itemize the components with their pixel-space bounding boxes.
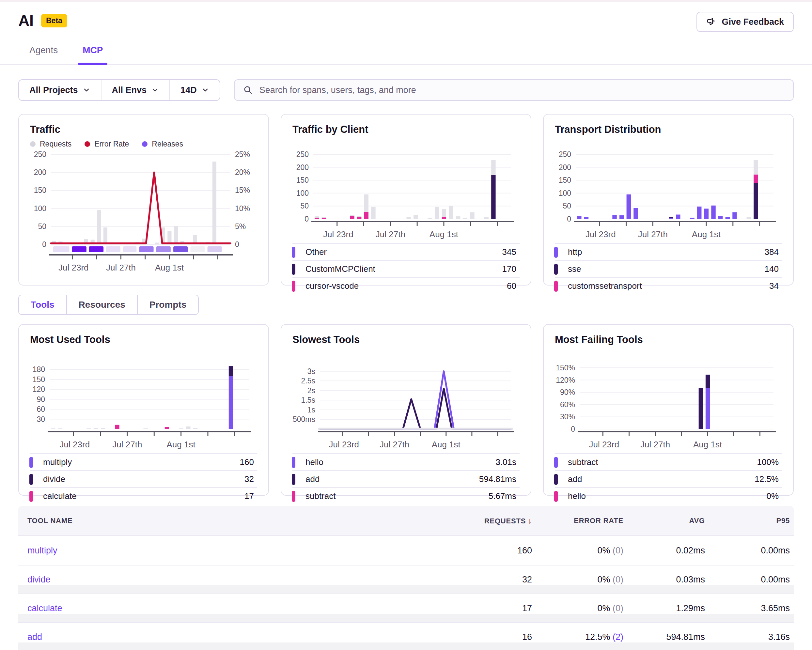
column-header-requests[interactable]: REQUESTS↓: [467, 516, 536, 525]
search-bar[interactable]: [234, 79, 794, 101]
transport-legend: http384sse140customssetransport34: [555, 243, 782, 294]
legend-row-value: 594.81ms: [479, 474, 516, 484]
section-tab-prompts[interactable]: Prompts: [138, 294, 199, 315]
svg-text:150: 150: [559, 176, 571, 185]
legend-item[interactable]: Requests: [30, 140, 72, 148]
svg-text:10%: 10%: [235, 204, 250, 213]
legend-label: Requests: [40, 140, 72, 148]
legend-row-value: 17: [244, 491, 254, 501]
section-tab-tools[interactable]: Tools: [18, 294, 67, 315]
legend-row[interactable]: multiply160: [30, 453, 257, 470]
svg-text:50: 50: [300, 201, 309, 210]
svg-text:120%: 120%: [556, 376, 575, 385]
tab-mcp[interactable]: MCP: [82, 45, 103, 64]
legend-row[interactable]: divide32: [30, 470, 257, 487]
charts-row-traffic: Traffic RequestsError RateReleases 00505…: [18, 114, 794, 285]
legend-item[interactable]: Releases: [142, 140, 183, 148]
project-filter[interactable]: All Projects: [19, 80, 101, 100]
error-rate-value: 12.5% (2): [536, 632, 627, 642]
search-input[interactable]: [259, 85, 785, 96]
svg-text:15%: 15%: [235, 186, 250, 194]
most-failing-tools-card: Most Failing Tools 030%60%90%120%150%Jul…: [543, 324, 794, 496]
column-header-error-rate[interactable]: ERROR RATE: [536, 517, 627, 525]
legend-dot-icon: [84, 141, 90, 147]
tools-table: TOOL NAMEREQUESTS↓ERROR RATEAVGP95 multi…: [18, 506, 794, 650]
legend-row[interactable]: hello0%: [555, 487, 782, 504]
legend-row[interactable]: customssetransport34: [555, 277, 782, 294]
svg-text:1s: 1s: [307, 406, 315, 414]
legend-row-label: divide: [43, 474, 65, 484]
error-count: (0): [613, 546, 623, 555]
svg-text:Aug 1st: Aug 1st: [167, 439, 196, 449]
legend-row[interactable]: calculate17: [30, 487, 257, 504]
error-count-link[interactable]: (2): [613, 632, 623, 642]
tool-name-link[interactable]: add: [18, 632, 467, 642]
legend-row-label: add: [305, 474, 319, 484]
tool-name-link[interactable]: calculate: [18, 603, 467, 613]
legend-row-label: hello: [305, 457, 324, 467]
p95-value: 0.00ms: [709, 546, 794, 556]
page-filters: All Projects All Envs 14D: [18, 79, 220, 101]
series-color-pill: [292, 247, 295, 258]
legend-item[interactable]: Error Rate: [84, 140, 129, 148]
avg-value: 594.81ms: [627, 632, 709, 642]
give-feedback-button[interactable]: Give Feedback: [696, 12, 794, 32]
tool-name-link[interactable]: divide: [18, 575, 467, 585]
svg-text:Jul 27th: Jul 27th: [638, 229, 668, 239]
column-header-p95[interactable]: P95: [709, 517, 794, 525]
svg-text:0: 0: [42, 240, 46, 249]
svg-text:Aug 1st: Aug 1st: [693, 439, 722, 449]
column-header-avg[interactable]: AVG: [627, 517, 709, 525]
svg-text:120: 120: [33, 385, 45, 394]
column-header-tool-name[interactable]: TOOL NAME: [18, 517, 467, 525]
column-header-label: REQUESTS: [484, 517, 526, 525]
date-range-filter[interactable]: 14D: [169, 80, 220, 100]
tool-name-link[interactable]: multiply: [18, 546, 467, 556]
legend-row[interactable]: Other345: [292, 243, 520, 260]
legend-row-label: Other: [305, 247, 327, 257]
env-filter[interactable]: All Envs: [101, 80, 170, 100]
traffic-card: Traffic RequestsError RateReleases 00505…: [18, 114, 269, 285]
most-used-tools-legend: multiply160divide32calculate17: [30, 453, 257, 504]
tools-table-header: TOOL NAMEREQUESTS↓ERROR RATEAVGP95: [18, 506, 794, 536]
legend-row[interactable]: subtract100%: [555, 453, 782, 470]
legend-row[interactable]: cursor-vscode60: [292, 277, 520, 294]
legend-row-label: subtract: [568, 457, 598, 467]
card-title: Traffic by Client: [292, 124, 520, 136]
tools-table-body: multiply1600% (0)0.02ms0.00msdivide320% …: [18, 536, 794, 650]
legend-row[interactable]: CustomMCPClient170: [292, 260, 520, 277]
svg-text:3s: 3s: [307, 367, 315, 375]
svg-text:100: 100: [34, 204, 46, 213]
legend-row[interactable]: add12.5%: [555, 470, 782, 487]
section-tab-resources[interactable]: Resources: [67, 294, 138, 315]
series-color-pill: [292, 264, 295, 275]
column-header-label: TOOL NAME: [27, 517, 72, 525]
series-color-pill: [292, 474, 295, 485]
legend-row-value: 345: [502, 247, 516, 257]
svg-text:2.5s: 2.5s: [301, 377, 315, 385]
legend-row-label: hello: [568, 491, 586, 501]
legend-row[interactable]: hello3.01s: [292, 453, 520, 470]
legend-dot-icon: [30, 141, 35, 147]
project-filter-label: All Projects: [29, 85, 78, 95]
svg-text:90%: 90%: [560, 388, 575, 397]
legend-row[interactable]: add594.81ms: [292, 470, 520, 487]
series-color-pill: [292, 457, 295, 468]
filter-bar: All Projects All Envs 14D: [18, 79, 794, 101]
env-filter-label: All Envs: [112, 85, 147, 95]
legend-row[interactable]: sse140: [555, 260, 782, 277]
svg-text:90: 90: [37, 395, 45, 404]
legend-row-value: 100%: [757, 457, 779, 467]
tab-agents[interactable]: Agents: [29, 45, 58, 64]
svg-text:0: 0: [235, 240, 239, 249]
legend-row[interactable]: subtract5.67ms: [292, 487, 520, 504]
svg-text:2s: 2s: [307, 386, 315, 395]
slowest-tools-chart: 500ms1s1.5s2s2.5s3sJul 23rdJul 27thAug 1…: [292, 360, 517, 451]
chevron-down-icon: [82, 86, 90, 94]
legend-row[interactable]: http384: [555, 243, 782, 260]
error-count: (0): [613, 575, 623, 584]
svg-text:Aug 1st: Aug 1st: [429, 229, 459, 239]
svg-text:250: 250: [34, 150, 46, 159]
charts-row-tools: Most Used Tools 306090120150180Jul 23rdJ…: [18, 324, 794, 496]
legend-label: Releases: [152, 140, 183, 148]
